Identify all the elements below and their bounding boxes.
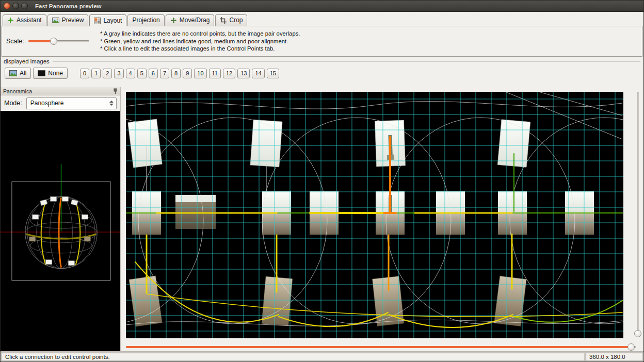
image-toggle-6[interactable]: 6 (149, 69, 158, 78)
close-button[interactable] (4, 3, 10, 9)
help-line-1: * A gray line indicates there are no con… (100, 30, 300, 38)
app-window: Fast Panorama preview Assistant Preview … (0, 0, 644, 362)
horizontal-scrollbar[interactable] (126, 343, 640, 351)
image-toggle-0[interactable]: 0 (80, 69, 89, 78)
panosphere-preview-svg (1, 111, 120, 351)
status-message: Click a connection to edit control point… (1, 352, 585, 361)
tab-crop[interactable]: Crop (215, 14, 247, 26)
displayed-images-frame: displayed images All None 01234567891011… (1, 57, 643, 82)
layout-icon (94, 18, 101, 24)
tab-label: Assistant (17, 17, 42, 24)
none-label: None (48, 70, 63, 77)
titlebar[interactable]: Fast Panorama preview (1, 1, 643, 12)
tab-bar: Assistant Preview Layout Projection Move… (1, 12, 643, 26)
crop-icon (220, 17, 227, 24)
layout-help-text: * A gray line indicates there are no con… (100, 30, 300, 53)
vscroll-handle[interactable] (634, 330, 641, 337)
hscroll-fill (126, 346, 630, 348)
image-toggle-9[interactable]: 9 (183, 69, 192, 78)
move-drag-icon (170, 17, 177, 24)
tab-label: Projection (132, 17, 159, 24)
image-toggle-4[interactable]: 4 (126, 69, 135, 78)
dock-title: Panoramica (3, 88, 32, 94)
image-toggle-14[interactable]: 14 (252, 69, 264, 78)
help-line-2: * Green, yellow and red lines indicate g… (100, 38, 300, 45)
mode-select[interactable]: Panosphere (26, 97, 117, 109)
displayed-images-label: displayed images (4, 58, 50, 64)
statusbar: Click a connection to edit control point… (1, 351, 643, 361)
all-images-icon (9, 70, 17, 76)
image-number-buttons: 0123456789101112131415 (80, 69, 279, 78)
help-line-3: * Click a line to edit the associated im… (100, 45, 300, 53)
no-images-icon (38, 70, 45, 76)
dock-header[interactable]: Panoramica (1, 87, 120, 95)
image-toggle-1[interactable]: 1 (91, 69, 101, 78)
tab-projection[interactable]: Projection (127, 14, 164, 26)
tab-label: Move/Drag (180, 17, 210, 24)
panoramica-dock: Panoramica Mode: Panosphere (1, 87, 121, 351)
layout-canvas-svg[interactable] (126, 92, 623, 338)
show-all-button[interactable]: All (5, 68, 31, 79)
scale-slider-handle[interactable] (50, 38, 57, 45)
maximize-button[interactable] (21, 3, 28, 9)
image-toggle-11[interactable]: 11 (209, 69, 221, 78)
image-toggle-3[interactable]: 3 (114, 69, 123, 78)
tab-preview[interactable]: Preview (47, 14, 89, 26)
image-toggle-15[interactable]: 15 (267, 69, 279, 78)
vscroll-trough[interactable] (637, 92, 639, 334)
window-title: Fast Panorama preview (35, 3, 101, 9)
hscroll-handle[interactable] (627, 343, 635, 351)
preview-icon (52, 17, 59, 24)
pano-dimensions: 360.0 x 180.0 (585, 352, 643, 361)
combo-spinner-icon[interactable] (109, 101, 114, 106)
image-toggle-13[interactable]: 13 (237, 69, 250, 78)
image-toggle-12[interactable]: 12 (223, 69, 235, 78)
image-toggle-2[interactable]: 2 (103, 69, 112, 78)
image-toggle-8[interactable]: 8 (171, 69, 181, 78)
image-toggle-5[interactable]: 5 (137, 69, 147, 78)
frame-divider (53, 61, 640, 62)
image-toggle-7[interactable]: 7 (160, 69, 169, 78)
show-none-button[interactable]: None (33, 68, 68, 79)
tab-label: Preview (62, 17, 84, 24)
tab-layout[interactable]: Layout (89, 14, 126, 26)
layout-canvas-area (121, 87, 643, 351)
tab-label: Crop (229, 17, 243, 24)
panosphere-preview[interactable] (1, 111, 120, 351)
all-label: All (20, 70, 26, 77)
mode-row: Mode: Panosphere (1, 95, 120, 111)
tab-assistant[interactable]: Assistant (3, 14, 46, 26)
vertical-scrollbar[interactable] (634, 92, 642, 338)
layout-options-panel: Scale: * A gray line indicates there are… (2, 26, 642, 57)
scale-slider[interactable] (28, 38, 89, 45)
tab-label: Layout (103, 17, 122, 24)
scale-control: Scale: (6, 38, 93, 45)
mode-label: Mode: (4, 100, 22, 107)
scale-label: Scale: (6, 38, 24, 45)
minimize-button[interactable] (12, 3, 19, 9)
assistant-icon (7, 17, 14, 24)
main-area: Panoramica Mode: Panosphere (1, 87, 643, 351)
pin-icon[interactable] (113, 88, 118, 94)
image-toggle-10[interactable]: 10 (194, 69, 206, 78)
layout-canvas[interactable] (126, 92, 623, 338)
image-toggle-row: All None 0123456789101112131415 (4, 64, 640, 82)
mode-value: Panosphere (30, 100, 64, 107)
tab-move-drag[interactable]: Move/Drag (166, 14, 215, 26)
